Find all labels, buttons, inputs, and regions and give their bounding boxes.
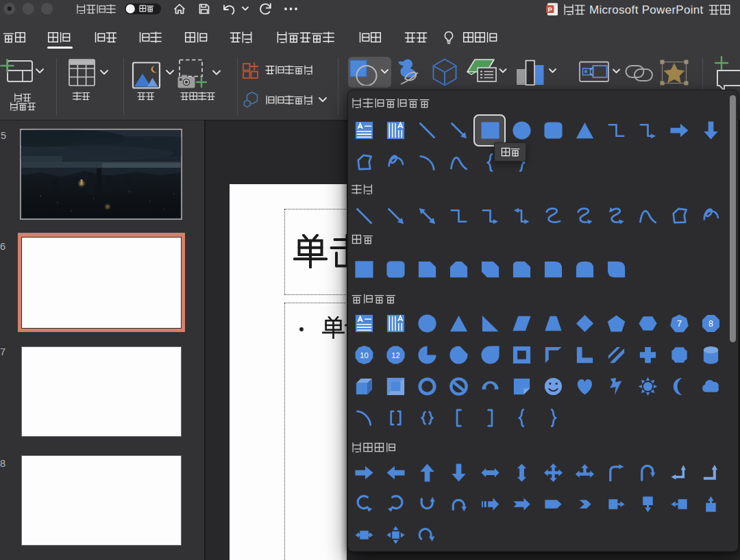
svg-text:P: P xyxy=(548,5,553,13)
